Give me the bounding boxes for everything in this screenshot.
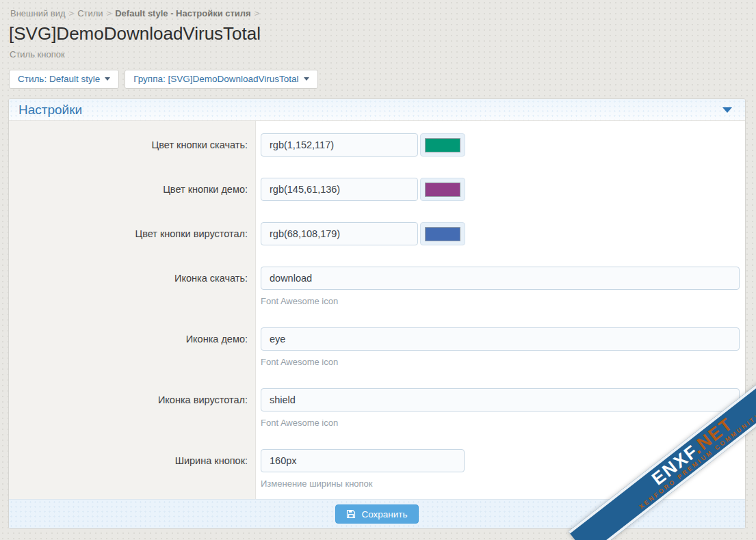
form-row-download-color: Цвет кнопки скачать: (9, 133, 745, 157)
settings-panel-title: Настройки (18, 103, 82, 117)
field-label: Цвет кнопки демо: (9, 178, 255, 201)
settings-panel: Настройки Цвет кнопки скачать: Цвет кноп… (8, 98, 746, 529)
field-label: Цвет кнопки скачать: (9, 133, 255, 157)
chevron-down-icon (105, 77, 110, 81)
download-color-preview (420, 133, 465, 157)
virustotal-icon-input[interactable] (261, 388, 740, 411)
demo-color-preview (420, 178, 465, 201)
chevron-down-icon (304, 77, 309, 81)
selector-toolbar: Стиль: Default style Группа: [SVG]DemoDo… (9, 70, 746, 89)
save-button[interactable]: Сохранить (335, 504, 418, 524)
settings-form: Цвет кнопки скачать: Цвет кнопки демо: (9, 121, 745, 499)
form-row-download-icon: Иконка скачать: Font Awesome icon (9, 267, 745, 306)
virustotal-color-preview (420, 222, 465, 245)
field-hint: Font Awesome icon (261, 297, 740, 306)
field-label: Иконка демо: (9, 327, 255, 367)
demo-color-input[interactable] (261, 178, 418, 201)
form-row-virustotal-color: Цвет кнопки вирустотал: (9, 222, 745, 245)
form-row-virustotal-icon: Иконка вирустотал: Font Awesome icon (9, 388, 745, 428)
color-swatch (425, 227, 460, 241)
demo-icon-input[interactable] (261, 327, 740, 351)
breadcrumb-separator: > (107, 8, 112, 18)
field-label: Иконка вирустотал: (9, 388, 255, 428)
style-selector-dropdown[interactable]: Стиль: Default style (9, 70, 119, 89)
form-row-demo-color: Цвет кнопки демо: (9, 178, 745, 201)
field-label: Ширина кнопок: (9, 449, 255, 489)
group-selector-dropdown[interactable]: Группа: [SVG]DemoDownloadVirusTotal (125, 70, 317, 89)
field-hint: Изменение ширины кнопок (261, 479, 740, 489)
settings-panel-header[interactable]: Настройки (9, 99, 745, 121)
breadcrumb-appearance-link[interactable]: Внешний вид (10, 8, 66, 18)
breadcrumb-styles-link[interactable]: Стили (77, 8, 103, 18)
page-title: [SVG]DemoDownloadVirusTotal (9, 23, 746, 44)
field-label: Цвет кнопки вирустотал: (9, 222, 255, 245)
download-icon-input[interactable] (261, 267, 740, 290)
save-button-label: Сохранить (361, 509, 407, 519)
field-label: Иконка скачать: (9, 267, 255, 306)
breadcrumb-current-style-link[interactable]: Default style - Настройки стиля (115, 8, 251, 18)
style-properties-page: Внешний вид>Стили>Default style - Настро… (0, 0, 756, 529)
collapse-panel-icon[interactable] (722, 107, 732, 113)
color-swatch (425, 183, 460, 197)
breadcrumb-separator: > (255, 8, 260, 18)
form-footer: Сохранить (9, 499, 745, 528)
color-swatch (425, 138, 460, 152)
group-selector-label: Группа: [SVG]DemoDownloadVirusTotal (133, 74, 298, 84)
field-hint: Font Awesome icon (261, 357, 740, 367)
field-hint: Font Awesome icon (261, 418, 740, 428)
button-width-input[interactable] (261, 449, 465, 472)
form-row-button-width: Ширина кнопок: Изменение ширины кнопок (9, 449, 745, 489)
breadcrumb: Внешний вид>Стили>Default style - Настро… (10, 0, 746, 18)
form-row-demo-icon: Иконка демо: Font Awesome icon (9, 327, 745, 367)
page-subtitle: Стиль кнопок (10, 49, 746, 59)
virustotal-color-input[interactable] (261, 222, 418, 245)
download-color-input[interactable] (261, 133, 418, 157)
breadcrumb-separator: > (69, 8, 75, 18)
save-icon (346, 509, 356, 519)
style-selector-label: Стиль: Default style (18, 74, 100, 84)
